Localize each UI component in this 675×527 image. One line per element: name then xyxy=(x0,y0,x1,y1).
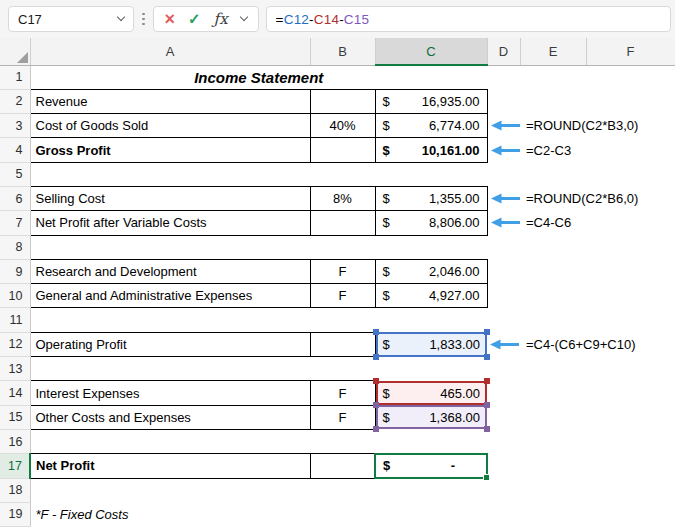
cell-B4[interactable] xyxy=(310,138,375,162)
row-19: 19*F - Fixed Costs xyxy=(0,502,675,526)
row-header-17[interactable]: 17 xyxy=(0,454,30,478)
cell-A4[interactable]: Gross Profit xyxy=(30,138,310,162)
fill-handle[interactable] xyxy=(483,474,490,481)
column-header-c[interactable]: C xyxy=(375,38,487,65)
cell-D12[interactable] xyxy=(487,332,520,356)
cell-B2[interactable] xyxy=(310,89,375,113)
cell-C3[interactable]: $6,774.00 xyxy=(375,114,487,138)
cell-A10[interactable]: General and Administrative Expenses xyxy=(30,284,310,308)
row-header-5[interactable]: 5 xyxy=(0,162,30,186)
chevron-down-icon[interactable] xyxy=(117,13,125,21)
blank-cells[interactable] xyxy=(487,284,675,308)
row-header-7[interactable]: 7 xyxy=(0,211,30,235)
cell-B9[interactable]: F xyxy=(310,259,375,283)
cell-B14[interactable]: F xyxy=(310,381,375,405)
column-header-b[interactable]: B xyxy=(310,38,375,65)
row-header-3[interactable]: 3 xyxy=(0,114,30,138)
cell-A12[interactable]: Operating Profit xyxy=(30,332,310,356)
cell-C9[interactable]: $2,046.00 xyxy=(375,259,487,283)
cell-D4[interactable] xyxy=(487,138,520,162)
cell-C4[interactable]: $10,161.00 xyxy=(375,138,487,162)
accounting-value: $4,927.00 xyxy=(376,288,487,303)
row-header-2[interactable]: 2 xyxy=(0,89,30,113)
blank-cells[interactable] xyxy=(487,89,675,113)
cell-E7[interactable]: =C4-C6 xyxy=(520,211,675,235)
cell-E6[interactable]: =ROUND(C2*B6,0) xyxy=(520,186,675,210)
cell-C15[interactable]: $1,368.00 xyxy=(375,405,487,429)
row-header-14[interactable]: 14 xyxy=(0,381,30,405)
select-all-corner[interactable] xyxy=(0,38,30,65)
name-box-splitter[interactable] xyxy=(141,13,146,26)
row-header-19[interactable]: 19 xyxy=(0,502,30,526)
blank-cells[interactable] xyxy=(30,308,675,332)
cancel-icon[interactable]: × xyxy=(165,9,176,29)
row-header-13[interactable]: 13 xyxy=(0,357,30,381)
selection-handle xyxy=(373,426,379,432)
formula-input[interactable]: =C12-C14-C15 xyxy=(266,6,671,32)
cell-D6[interactable] xyxy=(487,186,520,210)
cell-A2[interactable]: Revenue xyxy=(30,89,310,113)
row-header-18[interactable]: 18 xyxy=(0,478,30,502)
blank-cells[interactable] xyxy=(487,65,675,89)
blank-cells[interactable] xyxy=(487,405,675,429)
row-header-16[interactable]: 16 xyxy=(0,429,30,453)
row-header-1[interactable]: 1 xyxy=(0,65,30,89)
cell-A7[interactable]: Net Profit after Variable Costs xyxy=(30,211,310,235)
row-header-10[interactable]: 10 xyxy=(0,284,30,308)
cell-C2[interactable]: $16,935.00 xyxy=(375,89,487,113)
cell-C12[interactable]: $1,833.00 xyxy=(375,332,487,356)
row-header-4[interactable]: 4 xyxy=(0,138,30,162)
cell-B12[interactable] xyxy=(310,332,375,356)
blank-cells[interactable] xyxy=(30,162,675,186)
blank-cells[interactable] xyxy=(30,478,675,502)
row-header-15[interactable]: 15 xyxy=(0,405,30,429)
cell-E12[interactable]: =C4-(C6+C9+C10) xyxy=(520,332,675,356)
column-header-e[interactable]: E xyxy=(520,38,586,65)
cell-A14[interactable]: Interest Expenses xyxy=(30,381,310,405)
cell-B7[interactable] xyxy=(310,211,375,235)
cell-B6[interactable]: 8% xyxy=(310,186,375,210)
cell-C14[interactable]: $465.00 xyxy=(375,381,487,405)
row-header-11[interactable]: 11 xyxy=(0,308,30,332)
row-header-6[interactable]: 6 xyxy=(0,186,30,210)
blank-cells[interactable] xyxy=(487,381,675,405)
cell-B10[interactable]: F xyxy=(310,284,375,308)
blank-cells[interactable] xyxy=(30,235,675,259)
cell-E3[interactable]: =ROUND(C2*B3,0) xyxy=(520,114,675,138)
chevron-down-icon[interactable] xyxy=(239,13,247,21)
cell-D3[interactable] xyxy=(487,114,520,138)
cell-C7[interactable]: $8,806.00 xyxy=(375,211,487,235)
accounting-value: $2,046.00 xyxy=(376,264,487,279)
cell-title[interactable]: Income Statement xyxy=(30,65,487,89)
row-header-9[interactable]: 9 xyxy=(0,259,30,283)
cell-D7[interactable] xyxy=(487,211,520,235)
blank-cells[interactable] xyxy=(487,454,675,478)
currency-symbol: $ xyxy=(383,118,390,133)
cell-A17[interactable]: Net Profit xyxy=(30,454,310,478)
column-header-f[interactable]: F xyxy=(586,38,675,65)
currency-symbol: $ xyxy=(383,288,390,303)
cell-A3[interactable]: Cost of Goods Sold xyxy=(30,114,310,138)
cell-C17[interactable]: $- xyxy=(375,454,487,478)
name-box[interactable]: C17 xyxy=(8,6,134,32)
cell-A9[interactable]: Research and Development xyxy=(30,259,310,283)
insert-function-icon[interactable]: ƒx xyxy=(214,10,228,28)
column-header-d[interactable]: D xyxy=(487,38,520,65)
cell-A15[interactable]: Other Costs and Expenses xyxy=(30,405,310,429)
column-header-a[interactable]: A xyxy=(30,38,310,65)
cell-B3[interactable]: 40% xyxy=(310,114,375,138)
enter-icon[interactable]: ✓ xyxy=(188,9,201,29)
cell-C6[interactable]: $1,355.00 xyxy=(375,186,487,210)
cell-B15[interactable]: F xyxy=(310,405,375,429)
row-8: 8 xyxy=(0,235,675,259)
cell-footnote[interactable]: *F - Fixed Costs xyxy=(30,502,675,526)
cell-E4[interactable]: =C2-C3 xyxy=(520,138,675,162)
row-header-8[interactable]: 8 xyxy=(0,235,30,259)
row-header-12[interactable]: 12 xyxy=(0,332,30,356)
cell-B17[interactable] xyxy=(310,454,375,478)
cell-A6[interactable]: Selling Cost xyxy=(30,186,310,210)
blank-cells[interactable] xyxy=(30,357,675,381)
cell-C10[interactable]: $4,927.00 xyxy=(375,284,487,308)
blank-cells[interactable] xyxy=(30,429,675,453)
blank-cells[interactable] xyxy=(487,259,675,283)
